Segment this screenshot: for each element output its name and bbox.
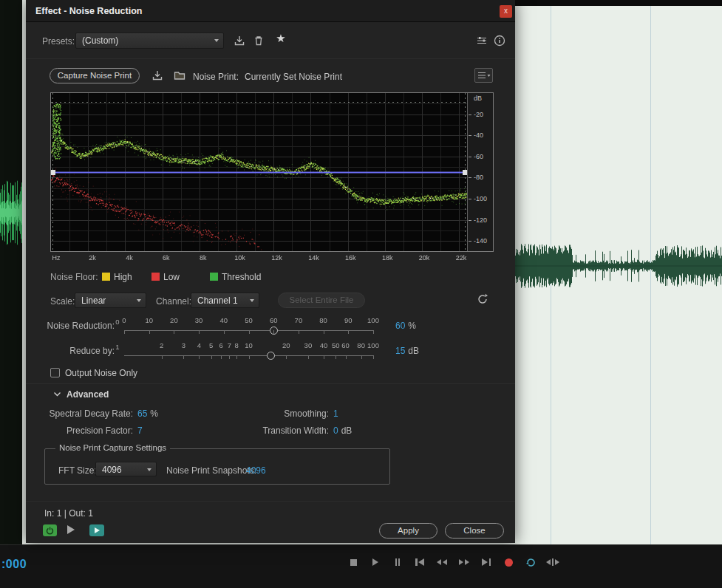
close-icon[interactable]: x [500, 5, 512, 18]
high-swatch [102, 273, 110, 281]
transition-width-value[interactable]: 0 [333, 425, 338, 436]
smoothing-label: Smoothing: [214, 408, 329, 419]
reduce-by-row: Reduce by: 1 234567810203040506080100 15… [26, 341, 515, 365]
presets-dropdown[interactable]: (Custom) [75, 33, 224, 49]
slider-tick-label: 30 [304, 341, 313, 349]
chevron-down-icon [214, 39, 219, 42]
noise-reduction-slider[interactable]: 0102030405060708090100 [124, 316, 373, 337]
save-noise-print-icon[interactable] [151, 69, 164, 82]
record-icon[interactable] [501, 556, 516, 568]
info-icon[interactable] [493, 34, 506, 47]
dialog-titlebar[interactable]: Effect - Noise Reduction x [26, 0, 515, 22]
editor-waveform[interactable] [515, 242, 722, 290]
noise-reduction-row: Noise Reduction: 0 010203040506070809010… [26, 316, 515, 340]
slider-tick-label: 60 [270, 316, 278, 324]
noise-print-value: Currently Set Noise Print [245, 72, 342, 82]
precision-factor-label: Precision Factor: [26, 425, 133, 436]
fft-size-value: 4096 [102, 465, 122, 475]
divider [26, 58, 515, 59]
slider-tick-label: 50 [332, 341, 340, 349]
slider-tick-label: 50 [245, 316, 253, 324]
freq-label: 2k [89, 254, 96, 261]
capture-noise-print-button[interactable]: Capture Noise Print [50, 68, 140, 83]
rewind-icon[interactable] [435, 556, 449, 568]
advanced-section-header[interactable]: Advanced [52, 389, 141, 400]
snapshots-value[interactable]: 4096 [246, 465, 266, 476]
freq-label: 20k [419, 254, 430, 261]
slider-tick-label: 100 [367, 316, 379, 324]
db-label: dB [474, 95, 482, 102]
dialog-title: Effect - Noise Reduction [35, 6, 142, 16]
reduce-by-value: 15 [395, 346, 405, 356]
left-waveform-panel [0, 0, 22, 544]
play-icon[interactable] [368, 556, 383, 568]
power-toggle[interactable] [43, 524, 57, 536]
loop-play-button[interactable] [89, 524, 104, 536]
save-preset-icon[interactable] [233, 34, 246, 47]
transition-width-label: Transition Width: [214, 425, 329, 436]
fft-size-label: FFT Size: [58, 465, 97, 476]
preset-options-icon[interactable] [475, 34, 488, 47]
low-swatch [151, 273, 160, 281]
db-label: -140 [474, 237, 487, 245]
preview-play-button[interactable] [67, 525, 75, 534]
legend-title: Noise Floor: [50, 272, 98, 282]
freq-label: 16k [345, 254, 356, 261]
output-noise-only-checkbox[interactable] [50, 368, 60, 377]
play-icon [95, 527, 100, 533]
load-noise-print-folder-icon[interactable] [173, 69, 186, 82]
slider-min-label: 0 [113, 318, 122, 326]
left-waveform[interactable] [0, 176, 22, 250]
noise-reduction-value: 60 [395, 321, 405, 331]
db-label: -20 [474, 111, 483, 118]
chevron-down-icon [250, 299, 254, 302]
stop-icon[interactable] [346, 556, 361, 568]
delete-preset-icon[interactable] [252, 34, 265, 47]
fft-size-dropdown[interactable]: 4096 [95, 462, 157, 476]
noise-print-menu-button[interactable] [474, 68, 493, 83]
slider-tick-label: 80 [319, 316, 327, 324]
reduce-by-slider[interactable]: 234567810203040506080100 [124, 341, 373, 362]
slider-tick-label: 5 [209, 341, 213, 349]
channel-value: Channel 1 [197, 295, 238, 306]
skip-selection-icon[interactable] [545, 556, 560, 568]
go-to-start-icon[interactable] [412, 556, 427, 568]
smoothing-value[interactable]: 1 [333, 408, 338, 419]
fast-forward-icon[interactable] [457, 556, 471, 568]
presets-value: (Custom) [82, 35, 118, 46]
pause-icon[interactable] [390, 556, 405, 568]
spectrum-plot[interactable] [51, 93, 467, 251]
io-status: In: 1 | Out: 1 [44, 508, 93, 519]
slider-tick-label: 6 [219, 341, 222, 349]
precision-factor-value[interactable]: 7 [137, 425, 143, 436]
freq-labels: Hz2k4k6k8k10k12k14k16k18k20k22k [50, 254, 494, 263]
threshold-swatch [210, 273, 218, 281]
scale-label: Scale: [50, 296, 75, 307]
select-entire-file-button[interactable]: Select Entire File [278, 293, 365, 308]
scale-dropdown[interactable]: Linear [75, 293, 146, 308]
freq-label: 4k [126, 254, 133, 261]
high-label: High [114, 272, 132, 282]
slider-tick-label: 8 [235, 341, 239, 349]
slider-tick-label: 20 [170, 316, 178, 324]
freq-label: 6k [163, 254, 170, 261]
spectral-decay-rate-label: Spectral Decay Rate: [26, 408, 133, 419]
db-label: -80 [474, 174, 483, 181]
advanced-title: Advanced [67, 389, 109, 400]
spectral-decay-rate-value[interactable]: 65 [137, 408, 147, 419]
reset-icon[interactable] [476, 293, 489, 306]
slider-handle[interactable] [267, 352, 275, 360]
presets-label: Presets: [42, 36, 75, 47]
go-to-end-icon[interactable] [479, 556, 494, 568]
close-button[interactable]: Close [445, 523, 504, 539]
slider-tick-label: 10 [245, 341, 253, 349]
slider-tick-label: 2 [160, 341, 163, 349]
timecode[interactable]: :000 [1, 558, 27, 571]
slider-tick-label: 4 [197, 341, 201, 349]
loop-icon[interactable] [523, 556, 538, 568]
chevron-down-icon [147, 468, 151, 471]
slider-tick-label: 80 [357, 341, 365, 349]
channel-dropdown[interactable]: Channel 1 [191, 293, 259, 308]
apply-button[interactable]: Apply [379, 523, 437, 539]
favorite-star-icon[interactable]: ★ [274, 32, 287, 45]
